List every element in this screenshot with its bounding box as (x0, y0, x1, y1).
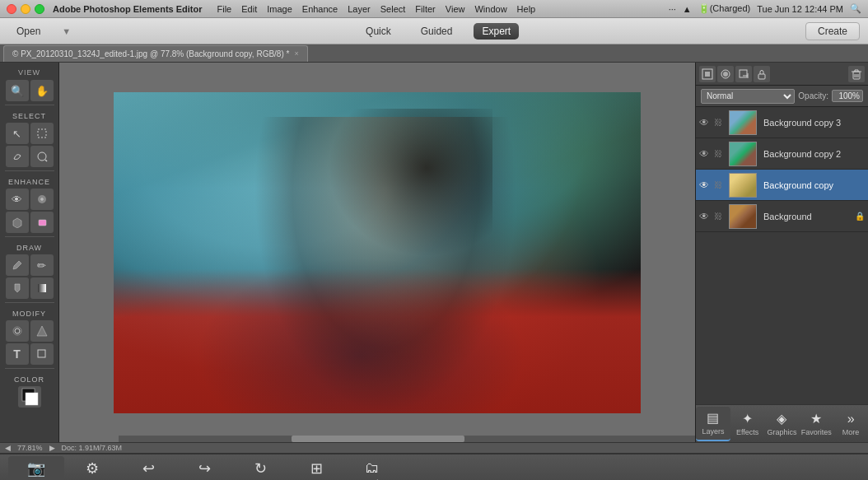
organizer-btn[interactable]: 🗂 Organizer (344, 456, 400, 481)
minimize-button[interactable] (21, 4, 30, 14)
organizer-icon: 🗂 (365, 459, 380, 477)
spot-heal-tool[interactable] (30, 189, 54, 210)
menu-filter[interactable]: Filter (410, 2, 440, 16)
canvas-scrollbar-h[interactable] (119, 436, 695, 442)
tab-bar: © PX_20120310_1324J_edited-1.jpg @ 77.8%… (0, 44, 868, 63)
svg-rect-0 (38, 129, 46, 137)
layer-item-background[interactable]: 👁 ⛓ Background 🔒 (696, 201, 868, 232)
menu-image[interactable]: Image (262, 2, 297, 16)
photo-bin-btn[interactable]: 📷 Photo Bin (8, 456, 64, 481)
layer-visibility-icon-background[interactable]: 👁 (699, 211, 711, 222)
menu-file[interactable]: File (212, 2, 237, 16)
sharpen-tool[interactable] (30, 320, 54, 342)
document-tab[interactable]: © PX_20120310_1324J_edited-1.jpg @ 77.8%… (3, 45, 308, 62)
shape-tool[interactable] (30, 343, 54, 365)
next-page-button[interactable]: ▶ (49, 444, 55, 452)
maximize-button[interactable] (35, 4, 44, 14)
clone-stamp-tool[interactable] (6, 212, 29, 233)
brush-tool[interactable] (6, 254, 29, 276)
menubar-search-icon[interactable]: 🔍 (850, 3, 861, 14)
new-layer-icon[interactable] (735, 66, 752, 82)
quick-selection-tool[interactable] (30, 146, 54, 167)
pencil-tool[interactable]: ✏ (30, 254, 54, 276)
favorites-tab-button[interactable]: ★ Favorites (799, 407, 833, 441)
zoom-level: 77.81% (17, 444, 43, 452)
layer-item-bg-copy[interactable]: 👁 ⛓ Background copy (696, 170, 868, 201)
menu-enhance[interactable]: Enhance (297, 2, 343, 16)
svg-rect-6 (39, 220, 46, 226)
layout-btn[interactable]: ⊞ Layout (288, 456, 344, 481)
eraser-tool[interactable] (30, 212, 54, 233)
effects-tab-label: Effects (736, 428, 758, 436)
layers-tab-label: Layers (702, 427, 724, 436)
canvas-area (59, 63, 695, 442)
blend-opacity-row: Normal Opacity: 100% (696, 86, 868, 107)
color-tools (18, 386, 41, 408)
lock-icon[interactable] (754, 66, 770, 82)
tool-options-btn[interactable]: ⚙ Tool Options (64, 456, 120, 481)
foreground-color[interactable] (18, 386, 41, 408)
layer-visibility-icon-bg-copy[interactable]: 👁 (699, 179, 711, 191)
marquee-tool[interactable] (30, 123, 54, 144)
menu-help[interactable]: Help (512, 2, 541, 16)
tools-divider-4 (5, 302, 54, 303)
menu-edit[interactable]: Edit (236, 2, 262, 16)
guided-button[interactable]: Guided (413, 23, 461, 40)
new-layer-from-selection-icon[interactable] (699, 66, 716, 82)
menu-view[interactable]: View (441, 2, 470, 16)
layers-tab-button[interactable]: ▤ Layers (696, 407, 730, 441)
undo-btn[interactable]: ↩ Undo (120, 456, 176, 481)
prev-page-button[interactable]: ◀ (5, 444, 11, 452)
create-button[interactable]: Create (805, 22, 860, 40)
layer-chain-icon-bg-copy-3[interactable]: ⛓ (714, 118, 726, 127)
tools-divider-3 (5, 236, 54, 237)
zoom-tool[interactable]: 🔍 (6, 80, 29, 101)
lasso-tool[interactable] (6, 146, 29, 167)
tools-divider-2 (5, 170, 54, 171)
expert-button[interactable]: Expert (474, 23, 519, 40)
svg-rect-15 (705, 72, 710, 77)
layer-chain-icon-background[interactable]: ⛓ (714, 212, 726, 221)
menu-window[interactable]: Window (469, 2, 511, 16)
layer-thumbnail-background (729, 204, 757, 229)
menu-select[interactable]: Select (376, 2, 411, 16)
hand-tool[interactable]: ✋ (30, 80, 54, 101)
opacity-value[interactable]: 100% (832, 90, 863, 102)
tab-close-button[interactable]: × (294, 49, 298, 58)
rotate-btn[interactable]: ↻ Rotate (232, 456, 288, 481)
enhance-tools-1: 👁 (6, 189, 54, 210)
layers-tab-icon: ▤ (707, 410, 719, 426)
favorites-tab-icon: ★ (810, 411, 822, 426)
gradient-tool[interactable] (30, 277, 54, 299)
layer-item-bg-copy-2[interactable]: 👁 ⛓ Background copy 2 (696, 138, 868, 170)
close-button[interactable] (7, 4, 16, 14)
quick-button[interactable]: Quick (357, 23, 399, 40)
layer-visibility-icon-bg-copy-3[interactable]: 👁 (699, 117, 711, 128)
graphics-tab-button[interactable]: ◈ Graphics (765, 407, 800, 441)
open-arrow-icon[interactable]: ▼ (62, 26, 71, 36)
paint-bucket-tool[interactable] (6, 277, 29, 299)
blend-mode-select[interactable]: Normal (701, 89, 795, 104)
blur-tool[interactable] (6, 320, 29, 342)
layer-visibility-icon-bg-copy-2[interactable]: 👁 (699, 148, 711, 160)
layer-thumbnail-bg-copy (729, 173, 757, 198)
svg-rect-18 (740, 70, 747, 77)
layer-chain-icon-bg-copy[interactable]: ⛓ (714, 180, 726, 189)
delete-layer-icon[interactable] (848, 66, 865, 82)
undo-icon: ↩ (142, 459, 155, 478)
canvas-image[interactable] (114, 92, 641, 413)
eyedropper-tool[interactable]: 👁 (6, 189, 29, 210)
move-tool[interactable]: ↖ (6, 123, 29, 144)
tools-panel: VIEW 🔍 ✋ SELECT ↖ ENHANCE 👁 (0, 63, 59, 442)
top-toolbar: Open ▼ Quick Guided Expert Create (0, 18, 868, 44)
open-button[interactable]: Open (8, 23, 49, 40)
more-tab-button[interactable]: » More (833, 407, 868, 441)
redo-btn[interactable]: ↪ Redo (176, 456, 232, 481)
create-clipping-mask-icon[interactable] (717, 66, 734, 82)
layer-item-bg-copy-3[interactable]: 👁 ⛓ Background copy 3 (696, 107, 868, 138)
menu-layer[interactable]: Layer (343, 2, 376, 16)
layer-chain-icon-bg-copy-2[interactable]: ⛓ (714, 149, 726, 158)
effects-tab-button[interactable]: ✦ Effects (730, 407, 765, 441)
scrollbar-thumb-h[interactable] (292, 436, 464, 442)
type-tool[interactable]: T (6, 343, 29, 365)
